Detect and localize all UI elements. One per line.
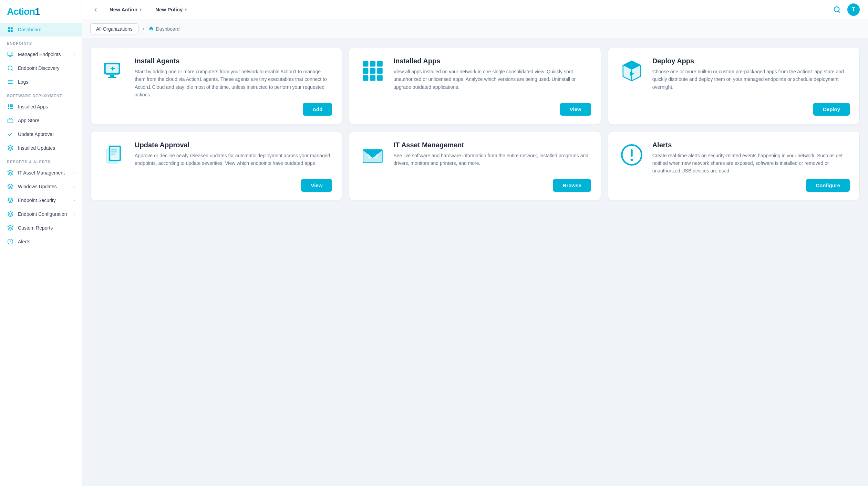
install-agents-icon (100, 57, 128, 85)
configure-button[interactable]: Configure (806, 179, 850, 192)
card-title: Install Agents (135, 57, 332, 65)
card-text: IT Asset Management See live software an… (393, 141, 591, 167)
svg-rect-20 (8, 108, 9, 109)
logo-area: Action1 (0, 0, 82, 23)
svg-point-7 (9, 55, 10, 56)
sidebar-item-logs[interactable]: Logs (0, 75, 82, 89)
card-action: View (359, 103, 591, 116)
sidebar-item-installed-apps[interactable]: Installed Apps (0, 100, 82, 114)
sidebar-item-alerts[interactable]: Alerts (0, 235, 82, 249)
all-organizations-button[interactable]: All Organizations (90, 23, 138, 34)
app-logo: Action1 (7, 6, 40, 17)
card-text: Install Agents Start by adding one or mo… (135, 57, 332, 99)
deploy-button[interactable]: Deploy (813, 103, 850, 116)
sidebar-item-label: Custom Reports (18, 225, 53, 231)
sidebar-item-label: Endpoint Security (18, 198, 56, 203)
main-area: New Action ▾ New Policy ▾ T All Organiza… (82, 0, 868, 486)
chevron-right-icon: › (73, 52, 75, 57)
windows-updates-icon (7, 183, 14, 190)
svg-rect-15 (10, 104, 11, 106)
svg-rect-46 (370, 68, 375, 74)
card-action: View (100, 179, 332, 192)
card-text: Deploy Apps Choose one or more built-in … (652, 57, 850, 91)
svg-rect-19 (11, 106, 13, 107)
svg-rect-16 (11, 104, 13, 106)
card-header: Update Approval Approve or decline newly… (100, 141, 332, 169)
sidebar-item-label: Installed Apps (18, 104, 48, 109)
sidebar-collapse-button[interactable] (90, 4, 101, 15)
card-it-asset-management: IT Asset Management See live software an… (349, 131, 601, 200)
sidebar-item-it-asset-management[interactable]: IT Asset Management › (0, 166, 82, 180)
sidebar-item-managed-endpoints[interactable]: Managed Endpoints › (0, 47, 82, 61)
sidebar-item-installed-updates[interactable]: Installed Updates (0, 141, 82, 155)
sidebar-item-label: Endpoint Configuration (18, 211, 67, 217)
home-icon (148, 26, 154, 32)
user-avatar[interactable]: T (847, 3, 860, 16)
card-header: Deploy Apps Choose one or more built-in … (618, 57, 850, 91)
card-description: View all apps installed on your network … (393, 68, 591, 91)
card-installed-apps: Installed Apps View all apps installed o… (349, 47, 601, 124)
endpoint-discovery-icon (7, 65, 14, 72)
it-asset-card-icon (359, 141, 386, 169)
breadcrumb-bar: All Organizations • Dashboard (82, 19, 868, 39)
card-title: Update Approval (135, 141, 332, 149)
new-action-button[interactable]: New Action ▾ (104, 4, 147, 15)
card-title: IT Asset Management (393, 141, 591, 149)
update-approval-icon (100, 141, 128, 169)
svg-marker-25 (8, 170, 13, 173)
installed-apps-icon (7, 103, 14, 110)
sidebar-item-custom-reports[interactable]: Custom Reports (0, 221, 82, 235)
endpoint-config-icon (7, 211, 14, 218)
chevron-right-icon: › (73, 198, 75, 203)
view-button[interactable]: View (560, 103, 591, 116)
sidebar-item-label: Endpoint Discovery (18, 65, 60, 71)
sidebar-item-endpoint-security[interactable]: Endpoint Security › (0, 193, 82, 207)
breadcrumb-label: Dashboard (156, 26, 180, 32)
add-button[interactable]: Add (303, 103, 332, 116)
sidebar-item-dashboard[interactable]: Dashboard (0, 23, 82, 36)
search-button[interactable] (831, 3, 843, 16)
card-header: Alerts Create real-time alerts on securi… (618, 141, 850, 175)
svg-rect-45 (363, 68, 369, 74)
browse-button[interactable]: Browse (553, 179, 591, 192)
sidebar-item-endpoint-configuration[interactable]: Endpoint Configuration › (0, 207, 82, 221)
breadcrumb-separator: • (143, 26, 144, 32)
svg-point-70 (630, 158, 633, 161)
sidebar-item-label: Windows Updates (18, 184, 57, 189)
svg-rect-48 (363, 75, 369, 81)
svg-rect-50 (377, 75, 383, 81)
sidebar-item-endpoint-discovery[interactable]: Endpoint Discovery (0, 61, 82, 75)
new-policy-button[interactable]: New Policy ▾ (150, 4, 192, 15)
svg-rect-0 (8, 27, 10, 29)
svg-rect-36 (110, 75, 114, 77)
svg-rect-49 (370, 75, 375, 81)
chevron-down-icon: ▾ (140, 7, 142, 12)
svg-rect-14 (8, 104, 9, 106)
svg-point-9 (8, 66, 12, 70)
card-action: Deploy (618, 103, 850, 116)
sidebar-item-windows-updates[interactable]: Windows Updates › (0, 180, 82, 193)
alerts-card-icon (618, 141, 645, 169)
svg-marker-24 (8, 146, 13, 148)
svg-point-33 (834, 7, 839, 12)
svg-marker-26 (8, 184, 13, 187)
breadcrumb-dashboard: Dashboard (148, 26, 180, 32)
view-button[interactable]: View (301, 179, 332, 192)
card-action: Browse (359, 179, 591, 192)
svg-rect-60 (111, 149, 117, 150)
chevron-down-icon: ▾ (185, 7, 187, 12)
svg-rect-23 (8, 119, 13, 123)
svg-rect-69 (631, 149, 632, 157)
endpoint-security-icon (7, 197, 14, 204)
svg-rect-2 (8, 30, 10, 32)
sidebar-item-label: App Store (18, 118, 39, 123)
card-title: Alerts (652, 141, 850, 149)
sidebar-item-label: IT Asset Management (18, 170, 65, 176)
svg-rect-18 (10, 106, 11, 107)
sidebar-item-label: Managed Endpoints (18, 52, 61, 57)
sidebar-item-update-approval[interactable]: Update Approval (0, 127, 82, 141)
svg-rect-47 (377, 68, 383, 74)
sidebar-item-label: Logs (18, 79, 28, 85)
sidebar-item-label: Update Approval (18, 131, 54, 137)
sidebar-item-app-store[interactable]: App Store (0, 114, 82, 127)
